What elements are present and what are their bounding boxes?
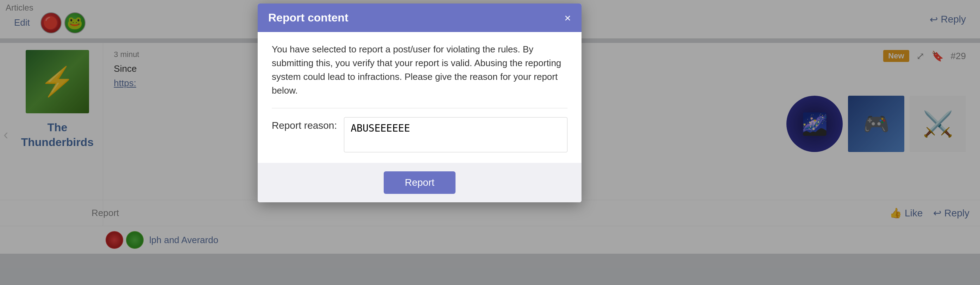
modal-header: Report content × (258, 3, 582, 32)
report-modal: Report content × You have selected to re… (258, 3, 582, 202)
modal-footer: Report (258, 163, 582, 202)
report-reason-label: Report reason: (272, 117, 337, 131)
report-reason-input[interactable]: ABUSEEEEEE (344, 117, 568, 152)
report-submit-button[interactable]: Report (384, 171, 455, 194)
modal-body: You have selected to report a post/user … (258, 32, 582, 163)
report-form: Report reason: ABUSEEEEEE (272, 108, 568, 152)
modal-description: You have selected to report a post/user … (272, 43, 568, 97)
modal-close-button[interactable]: × (564, 12, 571, 24)
modal-overlay: Report content × You have selected to re… (0, 0, 980, 285)
modal-title: Report content (268, 11, 348, 24)
